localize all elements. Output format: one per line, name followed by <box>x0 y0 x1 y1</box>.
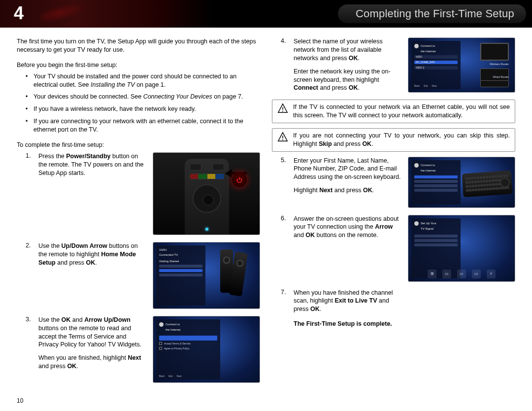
intro-text: The first time you turn on the TV, the S… <box>17 37 260 54</box>
caution-icon <box>277 103 288 114</box>
step-6-num: 6. <box>281 215 289 282</box>
signal-icons: ⊞▭▭▭Y <box>408 270 515 278</box>
step-2-text: Use the Up/Down Arrow buttons on the rem… <box>38 242 148 309</box>
caution-icon <box>277 132 288 142</box>
complete-lead: To complete the first-time setup: <box>17 141 260 149</box>
step-4: 4. Select the name of your wireless netw… <box>281 37 515 93</box>
step-7-num: 7. <box>281 289 289 314</box>
step-3-num: 3. <box>26 316 33 383</box>
step-6: 6. Answer the on-screen questions about … <box>281 215 515 282</box>
page-content: The first time you turn on the TV, the S… <box>0 28 532 390</box>
step-3: 3. Use the OK and Arrow Up/Down buttons … <box>26 316 260 383</box>
setup-complete: The First-Time Setup is complete. <box>294 320 515 327</box>
prereq-list: Your TV should be installed and the powe… <box>26 72 260 134</box>
steps-left: 1. Press the Power/Standby button on the… <box>26 152 260 383</box>
chapter-title: Completing the First-Time Setup <box>356 7 514 20</box>
step-7-text: When you have finished the channel scan,… <box>294 289 403 314</box>
prereq-item-4: If you are connecting to your network wi… <box>26 117 260 134</box>
left-column: The first time you turn on the TV, the S… <box>17 37 260 390</box>
svg-point-7 <box>282 139 283 140</box>
prereq-item-1: Your TV should be installed and the powe… <box>26 72 260 89</box>
steps-right-a: 4. Select the name of your wireless netw… <box>281 37 515 93</box>
figure-profile: Connect to the Internet <box>408 157 515 208</box>
step-1: 1. Press the Power/Standby button on the… <box>26 152 260 235</box>
before-lead: Before you begin the first-time setup: <box>17 61 260 69</box>
figure-remote-power <box>153 152 260 235</box>
step-2: 2. Use the Up/Down Arrow buttons on the … <box>26 242 260 309</box>
steps-right-b: 5. Enter your First Name, Last Name, Pho… <box>281 157 515 314</box>
figure-tv-signal: Set Up Your TV Signal ⊞▭▭▭Y <box>408 215 515 282</box>
header-decor <box>38 0 100 29</box>
step-5-num: 5. <box>281 157 289 208</box>
prereq-item-3: If you have a wireless network, have the… <box>26 105 260 113</box>
note-skip-text: If you are not connecting your TV to you… <box>293 132 510 148</box>
right-column: 4. Select the name of your wireless netw… <box>272 37 515 390</box>
step-5: 5. Enter your First Name, Last Name, Pho… <box>281 157 515 208</box>
note-ethernet-text: If the TV is connected to your network v… <box>293 103 510 120</box>
figure-home-mode: VIZIO Connected TV Getting Started <box>153 242 260 309</box>
prereq-item-2: Your devices should be connected. See Co… <box>26 93 260 101</box>
power-icon <box>232 172 247 187</box>
step-1-text: Press the Power/Standby button on the re… <box>38 152 148 235</box>
step-1-num: 1. <box>26 152 33 235</box>
chapter-title-pill: Completing the First-Time Setup <box>338 4 526 23</box>
note-ethernet: If the TV is connected to your network v… <box>272 100 515 123</box>
chapter-header: 4 Completing the First-Time Setup <box>0 0 532 28</box>
step-5-text: Enter your First Name, Last Name, Phone … <box>294 157 403 208</box>
svg-point-4 <box>282 111 283 112</box>
figure-wifi: Connect to the Internet VIZIO MY_HOME_WI… <box>408 37 515 93</box>
step-3-text: Use the OK and Arrow Up/Down buttons on … <box>38 316 148 383</box>
step-7: 7. When you have finished the channel sc… <box>281 289 515 314</box>
chapter-number: 4 <box>14 3 24 24</box>
step-4-num: 4. <box>281 37 289 93</box>
page-number: 10 <box>17 397 23 404</box>
note-skip: If you are not connecting your TV to you… <box>272 128 515 152</box>
step-6-text: Answer the on-screen questions about you… <box>294 215 403 282</box>
step-2-num: 2. <box>26 242 33 309</box>
keyboard-remote-icon <box>462 170 512 197</box>
figure-terms: Connect to the Internet Accept Terms of … <box>153 316 260 383</box>
step-4-text: Select the name of your wireless network… <box>294 37 403 93</box>
